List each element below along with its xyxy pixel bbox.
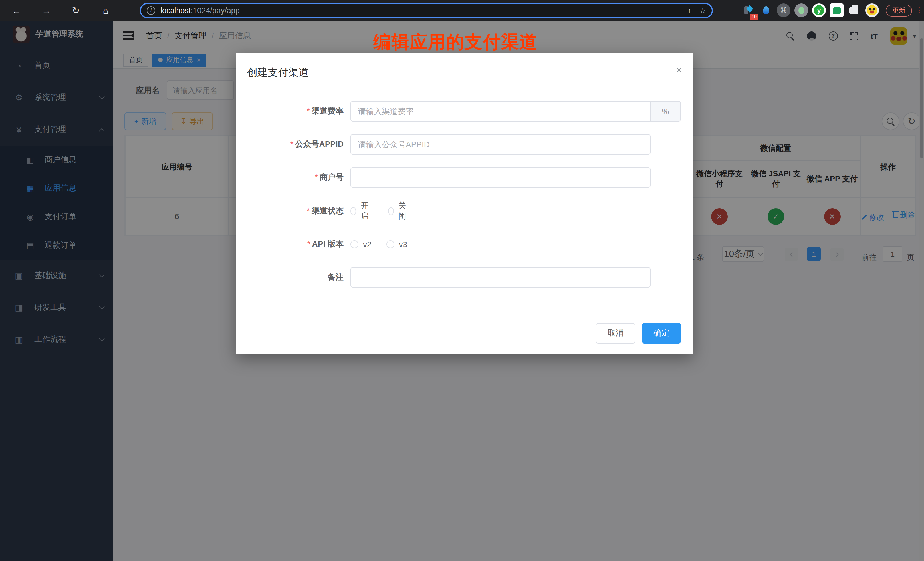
required-asterisk: * — [291, 139, 294, 148]
extension-icon-1[interactable]: 10 — [741, 3, 755, 17]
browser-update-button[interactable]: 更新 — [886, 4, 912, 16]
radio-circle-icon — [388, 207, 394, 215]
percent-suffix: % — [651, 101, 681, 122]
profile-avatar-icon[interactable] — [865, 3, 879, 17]
share-icon[interactable]: ↑ — [688, 6, 692, 15]
field-label-text: 商户号 — [320, 172, 344, 182]
appid-label: *公众号APPID — [236, 139, 344, 150]
bookmark-star-icon[interactable]: ☆ — [699, 6, 706, 15]
browser-reload-icon[interactable]: ↻ — [68, 5, 84, 16]
extension-badge: 10 — [750, 14, 759, 20]
api-v3-radio[interactable]: v3 — [386, 240, 408, 249]
remark-input[interactable] — [350, 267, 651, 288]
confirm-button[interactable]: 确定 — [642, 323, 681, 344]
browser-forward-icon[interactable]: → — [38, 5, 55, 16]
url-host: localhost — [160, 6, 191, 15]
required-asterisk: * — [315, 172, 318, 182]
status-open-radio[interactable]: 开启 — [350, 201, 371, 221]
extension-icon-2[interactable] — [759, 3, 773, 17]
field-label-text: 渠道费率 — [312, 106, 344, 115]
extension-icon-3[interactable]: ⌘ — [777, 3, 790, 17]
url-path: :1024/pay/app — [191, 6, 240, 15]
site-info-icon[interactable]: i — [147, 6, 155, 15]
radio-label: v3 — [399, 240, 408, 249]
browser-home-icon[interactable]: ⌂ — [97, 5, 114, 16]
required-asterisk: * — [308, 239, 310, 248]
close-icon[interactable]: × — [676, 65, 682, 75]
extensions-puzzle-icon[interactable] — [848, 3, 861, 17]
merchant-id-label: *商户号 — [236, 172, 344, 183]
radio-circle-icon — [350, 207, 356, 215]
radio-label: 关闭 — [398, 201, 409, 221]
dialog-title: 创建支付渠道 — [247, 66, 309, 80]
fee-rate-input[interactable] — [350, 101, 651, 122]
cancel-button[interactable]: 取消 — [596, 323, 635, 344]
remark-label: 备注 — [236, 272, 344, 282]
field-label-text: 渠道状态 — [312, 206, 344, 215]
annotation-text: 编辑应用的支付渠道 — [373, 30, 538, 54]
radio-circle-icon — [350, 240, 358, 248]
extension-icon-4[interactable] — [795, 3, 808, 17]
required-asterisk: * — [307, 206, 310, 215]
radio-label: v2 — [363, 240, 372, 249]
merchant-id-input[interactable] — [350, 167, 651, 188]
browser-chrome: ← → ↻ ⌂ i localhost:1024/pay/app ↑ ☆ 10 … — [0, 0, 924, 21]
status-closed-radio[interactable]: 关闭 — [388, 201, 409, 221]
screen: ← → ↻ ⌂ i localhost:1024/pay/app ↑ ☆ 10 … — [0, 0, 924, 561]
create-payment-channel-dialog: 创建支付渠道 × *渠道费率 % *公众号APPID *商户号 *渠道状态 开启… — [236, 52, 693, 354]
field-label-text: 公众号APPID — [295, 139, 344, 148]
api-v2-radio[interactable]: v2 — [350, 240, 372, 249]
required-asterisk: * — [307, 106, 310, 115]
app-window: 芋道管理系统 ◔ 首页 ⚙ 系统管理 ¥ 支付管理 — [0, 21, 924, 561]
channel-status-label: *渠道状态 — [236, 206, 344, 216]
url-text: localhost:1024/pay/app — [160, 6, 240, 15]
radio-circle-icon — [386, 240, 394, 248]
field-label-text: 备注 — [328, 272, 344, 281]
fee-rate-label: *渠道费率 — [236, 106, 344, 116]
browser-back-icon[interactable]: ← — [8, 5, 25, 16]
address-bar[interactable]: i localhost:1024/pay/app ↑ ☆ — [140, 3, 713, 18]
browser-menu-icon[interactable]: ⋮ — [915, 6, 923, 14]
field-label-text: API 版本 — [312, 239, 344, 248]
appid-input[interactable] — [350, 134, 651, 154]
extension-icon-5[interactable]: y — [812, 3, 826, 17]
extension-icon-6[interactable] — [830, 3, 843, 17]
radio-label: 开启 — [361, 201, 371, 221]
api-version-label: *API 版本 — [236, 239, 344, 249]
